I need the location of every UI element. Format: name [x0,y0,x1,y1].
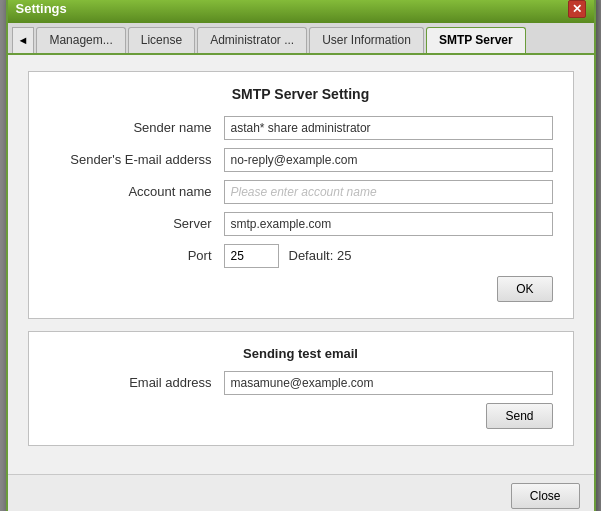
smtp-section-title: SMTP Server Setting [49,86,553,102]
title-bar-close-button[interactable]: ✕ [568,0,586,18]
dialog-title: Settings [16,1,67,16]
main-content: SMTP Server Setting Sender name Sender's… [8,55,594,474]
sender-name-input[interactable] [224,116,553,140]
bottom-bar: Close [8,474,594,512]
tab-scroll-left-button[interactable]: ◄ [12,27,35,53]
tab-license[interactable]: License [128,27,195,53]
test-email-section: Sending test email Email address Send [28,331,574,446]
sender-email-label: Sender's E-mail adderss [49,152,224,167]
send-row: Send [49,403,553,429]
server-label: Server [49,216,224,231]
server-input[interactable] [224,212,553,236]
sender-name-label: Sender name [49,120,224,135]
test-email-label: Email address [49,375,224,390]
title-bar: Settings ✕ [8,0,594,23]
scroll-left-icon: ◄ [18,34,29,46]
sender-email-input[interactable] [224,148,553,172]
test-section-title: Sending test email [49,346,553,361]
port-row: Port Default: 25 [49,244,553,268]
settings-dialog: Settings ✕ ◄ Managem... License Administ… [6,0,596,511]
port-default-text: Default: 25 [289,248,352,263]
tab-bar: ◄ Managem... License Administrator ... U… [8,23,594,55]
tab-management[interactable]: Managem... [36,27,125,53]
send-button[interactable]: Send [486,403,552,429]
smtp-server-section: SMTP Server Setting Sender name Sender's… [28,71,574,319]
port-input[interactable] [224,244,279,268]
tab-administrator[interactable]: Administrator ... [197,27,307,53]
server-row: Server [49,212,553,236]
port-controls: Default: 25 [224,244,352,268]
sender-name-row: Sender name [49,116,553,140]
test-email-row: Email address [49,371,553,395]
ok-row: OK [49,276,553,302]
account-name-input[interactable] [224,180,553,204]
tab-smtp-server[interactable]: SMTP Server [426,27,526,53]
port-label: Port [49,248,224,263]
account-name-row: Account name [49,180,553,204]
close-button[interactable]: Close [511,483,580,509]
ok-button[interactable]: OK [497,276,552,302]
test-email-input[interactable] [224,371,553,395]
account-name-label: Account name [49,184,224,199]
sender-email-row: Sender's E-mail adderss [49,148,553,172]
tab-user-information[interactable]: User Information [309,27,424,53]
